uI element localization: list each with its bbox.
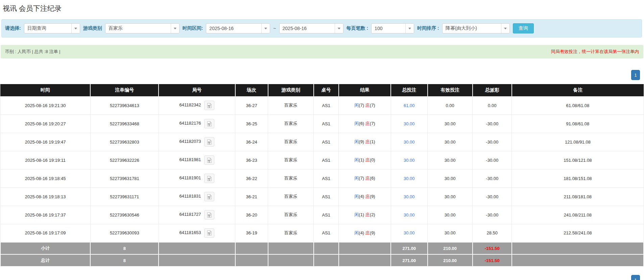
video-replay-button[interactable] <box>204 192 214 201</box>
cell-table-no: AS1 <box>314 151 339 169</box>
cell-game-type: 百家乐 <box>268 96 314 114</box>
select-type-value: 日期查询 <box>24 24 71 33</box>
total-bet-link[interactable]: 30.00 <box>404 176 415 181</box>
result-player: 闲 <box>354 139 359 144</box>
video-replay-icon <box>207 139 212 145</box>
cell-session: 36-20 <box>235 206 268 224</box>
cell-valid-bet: 0.00 <box>428 96 473 114</box>
cell-valid-bet: 30.00 <box>428 206 473 224</box>
result-player-score: (4) <box>359 194 365 199</box>
cell-round-id: 641181653 <box>159 224 235 242</box>
video-replay-button[interactable] <box>204 174 214 183</box>
game-type-dropdown[interactable]: 百家乐 <box>105 23 180 33</box>
cell-total-bet: 30.00 <box>391 224 427 242</box>
subtotal-total-bet: 271.00 <box>391 242 427 254</box>
cell-total-bet: 30.00 <box>391 151 427 169</box>
video-replay-icon <box>207 212 212 218</box>
round-id-value: 641181831 <box>179 194 201 199</box>
table-row: 2025-08-16 19:21:30522739634613641182342… <box>0 96 644 114</box>
video-replay-button[interactable] <box>204 155 214 165</box>
date-range-separator: ~ <box>273 26 276 31</box>
date-from-dropdown[interactable]: 2025-08-16 <box>206 23 270 33</box>
result-banker: 庄 <box>365 121 370 126</box>
result-player-score: (9) <box>359 139 365 144</box>
cell-session: 36-21 <box>235 187 268 206</box>
cell-result: 闲(7) 庄(6) <box>339 169 391 187</box>
total-bet-link[interactable]: 30.00 <box>404 212 415 218</box>
chevron-down-icon <box>335 24 343 33</box>
cell-time: 2025-08-16 19:18:13 <box>0 187 90 206</box>
total-bet-link[interactable]: 30.00 <box>404 139 415 145</box>
total-bet-link[interactable]: 61.00 <box>404 103 415 108</box>
video-replay-button[interactable] <box>204 228 214 238</box>
result-player: 闲 <box>354 212 359 217</box>
time-sort-value: 降幂(由大到小) <box>443 24 501 33</box>
cell-game-type: 百家乐 <box>268 224 314 242</box>
result-player: 闲 <box>354 121 359 126</box>
currency-total-summary: 币别 : 人民币 | 总共 :8 注单 | <box>5 49 61 55</box>
cell-bet-id: 522739631781 <box>90 169 159 187</box>
cell-time: 2025-08-16 19:17:09 <box>0 224 90 242</box>
cell-payout: -30.00 <box>473 187 512 206</box>
cell-remark: 212.58/241.08 <box>512 224 644 242</box>
column-header-game-type: 游戏类别 <box>268 84 314 96</box>
cell-session: 36-25 <box>235 114 268 133</box>
select-type-dropdown[interactable]: 日期查询 <box>24 23 80 33</box>
total-total-bet: 271.00 <box>391 254 427 266</box>
total-bet-link[interactable]: 30.00 <box>404 158 415 163</box>
total-bet-link[interactable]: 30.00 <box>404 230 415 235</box>
result-player: 闲 <box>354 157 359 162</box>
page-size-dropdown[interactable]: 100 <box>371 23 414 33</box>
result-banker-score: (1) <box>370 139 375 144</box>
table-row: 2025-08-16 19:19:47522739632803641182073… <box>0 133 644 151</box>
table-row: 2025-08-16 19:19:11522739632226641181981… <box>0 151 644 169</box>
game-type-label: 游戏类别 <box>83 25 102 31</box>
column-header-table-no: 桌号 <box>314 84 339 96</box>
chevron-down-icon <box>171 24 179 33</box>
result-banker: 庄 <box>365 230 370 235</box>
cell-remark: 211.08/181.08 <box>512 187 644 206</box>
cell-result: 闲(7) 庄(7) <box>339 96 391 114</box>
total-bet-link[interactable]: 30.00 <box>404 121 415 126</box>
total-bet-link[interactable]: 30.00 <box>404 194 415 199</box>
result-banker-score: (7) <box>370 121 375 126</box>
video-replay-icon <box>207 230 212 236</box>
cell-round-id: 641181981 <box>159 151 235 169</box>
round-id-value: 641181901 <box>179 175 201 180</box>
cell-time: 2025-08-16 19:19:47 <box>0 133 90 151</box>
query-button[interactable]: 查询 <box>513 23 534 33</box>
pagination-top: 1 <box>0 70 640 80</box>
cell-result: 闲(6) 庄(7) <box>339 114 391 133</box>
cell-total-bet: 30.00 <box>391 169 427 187</box>
result-player-score: (1) <box>359 157 365 162</box>
page-button-1[interactable]: 1 <box>631 70 640 80</box>
cell-valid-bet: 30.00 <box>428 187 473 206</box>
cell-table-no: AS1 <box>314 133 339 151</box>
cell-payout: -30.00 <box>473 169 512 187</box>
cell-remark: 181.08/151.08 <box>512 169 644 187</box>
date-to-dropdown[interactable]: 2025-08-16 <box>279 23 343 33</box>
cell-valid-bet: 30.00 <box>428 169 473 187</box>
chevron-down-icon <box>501 24 509 33</box>
total-label: 总计 <box>0 254 90 266</box>
chevron-down-icon <box>405 24 414 33</box>
video-replay-button[interactable] <box>204 101 214 110</box>
result-player-score: (7) <box>359 176 365 181</box>
table-row: 2025-08-16 19:18:13522739631171641181831… <box>0 187 644 206</box>
result-banker: 庄 <box>365 176 370 181</box>
subtotal-count: 8 <box>90 242 159 254</box>
video-replay-button[interactable] <box>204 210 214 220</box>
page-button-1-bottom[interactable]: 1 <box>631 275 640 280</box>
video-replay-button[interactable] <box>204 119 214 128</box>
subtotal-label: 小计 <box>0 242 90 254</box>
video-replay-button[interactable] <box>204 137 214 147</box>
cell-bet-id: 522739634613 <box>90 96 159 114</box>
time-sort-dropdown[interactable]: 降幂(由大到小) <box>442 23 510 33</box>
cell-session: 36-24 <box>235 133 268 151</box>
result-banker: 庄 <box>365 194 370 199</box>
cell-bet-id: 522739630546 <box>90 206 159 224</box>
result-player-score: (1) <box>359 212 365 217</box>
cell-time: 2025-08-16 19:20:27 <box>0 114 90 133</box>
cell-total-bet: 30.00 <box>391 206 427 224</box>
round-id-value: 641181727 <box>179 212 201 217</box>
